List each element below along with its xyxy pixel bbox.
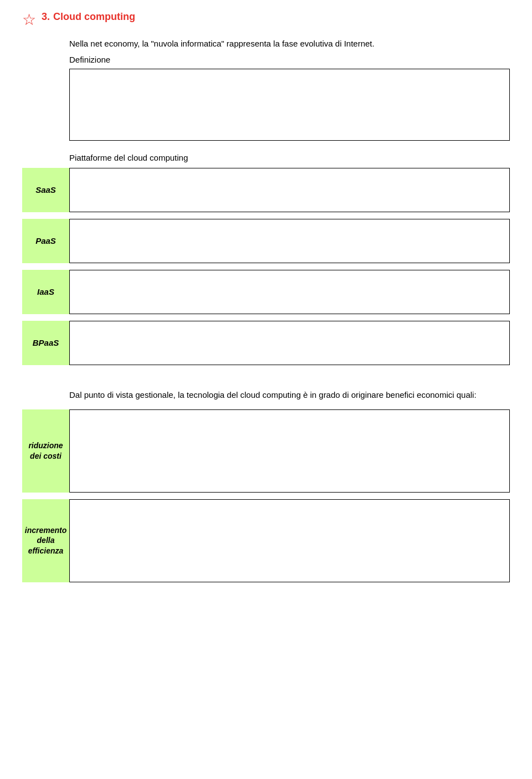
definition-box	[69, 69, 510, 141]
section-title-block: 3.Cloud computing	[42, 11, 135, 23]
incremento-box	[69, 499, 510, 582]
iaas-row: IaaS	[22, 270, 510, 314]
iaas-box	[69, 270, 510, 314]
bpaas-label: BPaaS	[22, 321, 69, 365]
intro-text: Nella net economy, la "nuvola informatic…	[69, 38, 510, 50]
saas-row: SaaS	[22, 168, 510, 212]
bpaas-row: BPaaS	[22, 321, 510, 365]
saas-box	[69, 168, 510, 212]
riduzione-row: riduzionedei costi	[22, 409, 510, 493]
star-icon: ☆	[22, 12, 36, 28]
section-header: ☆ 3.Cloud computing	[22, 11, 510, 28]
paas-label: PaaS	[22, 219, 69, 263]
saas-label: SaaS	[22, 168, 69, 212]
section-number: 3.	[42, 11, 50, 22]
iaas-label: IaaS	[22, 270, 69, 314]
definizione-label: Definizione	[69, 55, 510, 64]
platforms-heading: Piattaforme del cloud computing	[69, 153, 510, 162]
incremento-label: incrementodellaefficienza	[22, 499, 69, 582]
bpaas-box	[69, 321, 510, 365]
riduzione-label: riduzionedei costi	[22, 409, 69, 493]
riduzione-box	[69, 409, 510, 493]
section-title: Cloud computing	[53, 11, 135, 22]
paas-row: PaaS	[22, 219, 510, 263]
paas-box	[69, 219, 510, 263]
benefits-intro-text: Dal punto di vista gestionale, la tecnol…	[69, 388, 510, 402]
incremento-row: incrementodellaefficienza	[22, 499, 510, 582]
